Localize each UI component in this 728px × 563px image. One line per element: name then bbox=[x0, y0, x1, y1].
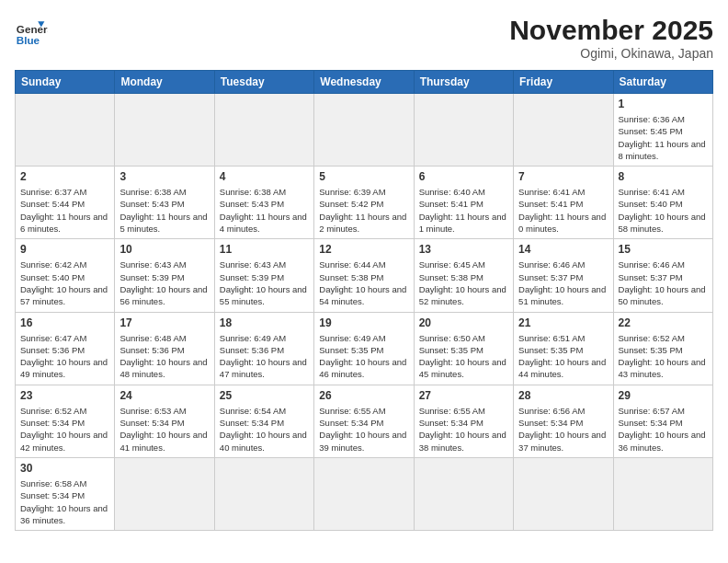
cell-info: Sunrise: 6:45 AM Sunset: 5:38 PM Dayligh… bbox=[419, 259, 508, 307]
calendar-cell: 19Sunrise: 6:49 AM Sunset: 5:35 PM Dayli… bbox=[314, 312, 414, 385]
month-title: November 2025 bbox=[509, 15, 713, 46]
cell-info: Sunrise: 6:38 AM Sunset: 5:43 PM Dayligh… bbox=[220, 186, 309, 235]
day-number: 5 bbox=[319, 170, 408, 183]
calendar-cell: 20Sunrise: 6:50 AM Sunset: 5:35 PM Dayli… bbox=[414, 312, 513, 385]
svg-text:Blue: Blue bbox=[17, 34, 40, 46]
cell-info: Sunrise: 6:39 AM Sunset: 5:42 PM Dayligh… bbox=[319, 186, 408, 235]
logo-icon: General Blue bbox=[15, 15, 48, 48]
calendar-cell bbox=[214, 94, 313, 167]
calendar-cell bbox=[16, 94, 115, 167]
calendar-cell: 18Sunrise: 6:49 AM Sunset: 5:36 PM Dayli… bbox=[214, 312, 313, 385]
day-number: 14 bbox=[518, 243, 608, 256]
calendar-cell: 12Sunrise: 6:44 AM Sunset: 5:38 PM Dayli… bbox=[314, 239, 414, 312]
calendar-cell: 28Sunrise: 6:56 AM Sunset: 5:34 PM Dayli… bbox=[514, 385, 613, 457]
day-number: 25 bbox=[220, 389, 309, 402]
title-block: November 2025 Ogimi, Okinawa, Japan bbox=[509, 15, 713, 61]
day-number: 17 bbox=[119, 316, 209, 329]
cell-info: Sunrise: 6:55 AM Sunset: 5:34 PM Dayligh… bbox=[319, 405, 408, 454]
day-number: 18 bbox=[220, 316, 309, 329]
day-number: 19 bbox=[319, 316, 408, 329]
calendar-cell: 21Sunrise: 6:51 AM Sunset: 5:35 PM Dayli… bbox=[514, 312, 613, 385]
calendar-cell: 30Sunrise: 6:58 AM Sunset: 5:34 PM Dayli… bbox=[16, 457, 115, 530]
page-header: General Blue November 2025 Ogimi, Okinaw… bbox=[15, 15, 713, 61]
cell-info: Sunrise: 6:55 AM Sunset: 5:34 PM Dayligh… bbox=[419, 405, 508, 454]
calendar-cell: 15Sunrise: 6:46 AM Sunset: 5:37 PM Dayli… bbox=[613, 239, 712, 312]
cell-info: Sunrise: 6:38 AM Sunset: 5:43 PM Dayligh… bbox=[119, 186, 209, 235]
calendar-cell: 1Sunrise: 6:36 AM Sunset: 5:45 PM Daylig… bbox=[613, 94, 712, 167]
calendar-table: SundayMondayTuesdayWednesdayThursdayFrid… bbox=[15, 70, 713, 531]
calendar-cell: 11Sunrise: 6:43 AM Sunset: 5:39 PM Dayli… bbox=[214, 239, 313, 312]
calendar-cell bbox=[514, 457, 613, 530]
calendar-cell: 7Sunrise: 6:41 AM Sunset: 5:41 PM Daylig… bbox=[514, 167, 613, 239]
cell-info: Sunrise: 6:56 AM Sunset: 5:34 PM Dayligh… bbox=[518, 405, 608, 454]
calendar-cell: 25Sunrise: 6:54 AM Sunset: 5:34 PM Dayli… bbox=[214, 385, 313, 457]
calendar-cell: 2Sunrise: 6:37 AM Sunset: 5:44 PM Daylig… bbox=[16, 167, 115, 239]
calendar-week-1: 2Sunrise: 6:37 AM Sunset: 5:44 PM Daylig… bbox=[16, 167, 713, 239]
day-number: 8 bbox=[619, 170, 708, 183]
header-wednesday: Wednesday bbox=[314, 71, 414, 94]
calendar-cell: 16Sunrise: 6:47 AM Sunset: 5:36 PM Dayli… bbox=[16, 312, 115, 385]
cell-info: Sunrise: 6:54 AM Sunset: 5:34 PM Dayligh… bbox=[220, 405, 309, 454]
header-tuesday: Tuesday bbox=[214, 71, 313, 94]
day-number: 24 bbox=[119, 389, 209, 402]
day-number: 23 bbox=[20, 389, 109, 402]
day-number: 1 bbox=[619, 98, 708, 110]
cell-info: Sunrise: 6:50 AM Sunset: 5:35 PM Dayligh… bbox=[419, 332, 508, 381]
calendar-week-2: 9Sunrise: 6:42 AM Sunset: 5:40 PM Daylig… bbox=[16, 239, 713, 312]
day-number: 2 bbox=[20, 170, 109, 183]
calendar-cell bbox=[314, 94, 414, 167]
day-number: 16 bbox=[20, 316, 109, 329]
calendar-cell: 24Sunrise: 6:53 AM Sunset: 5:34 PM Dayli… bbox=[115, 385, 214, 457]
cell-info: Sunrise: 6:52 AM Sunset: 5:35 PM Dayligh… bbox=[619, 332, 708, 381]
cell-info: Sunrise: 6:49 AM Sunset: 5:36 PM Dayligh… bbox=[220, 332, 309, 381]
day-number: 9 bbox=[20, 243, 109, 256]
calendar-week-3: 16Sunrise: 6:47 AM Sunset: 5:36 PM Dayli… bbox=[16, 312, 713, 385]
day-number: 12 bbox=[319, 243, 408, 256]
day-number: 3 bbox=[119, 170, 209, 183]
calendar-cell: 27Sunrise: 6:55 AM Sunset: 5:34 PM Dayli… bbox=[414, 385, 513, 457]
day-number: 15 bbox=[619, 243, 708, 256]
calendar-cell bbox=[115, 457, 214, 530]
calendar-week-4: 23Sunrise: 6:52 AM Sunset: 5:34 PM Dayli… bbox=[16, 385, 713, 457]
cell-info: Sunrise: 6:49 AM Sunset: 5:35 PM Dayligh… bbox=[319, 332, 408, 381]
calendar-cell: 23Sunrise: 6:52 AM Sunset: 5:34 PM Dayli… bbox=[16, 385, 115, 457]
header-thursday: Thursday bbox=[414, 71, 513, 94]
day-number: 20 bbox=[419, 316, 508, 329]
calendar-cell: 6Sunrise: 6:40 AM Sunset: 5:41 PM Daylig… bbox=[414, 167, 513, 239]
cell-info: Sunrise: 6:57 AM Sunset: 5:34 PM Dayligh… bbox=[619, 405, 708, 454]
calendar-cell: 3Sunrise: 6:38 AM Sunset: 5:43 PM Daylig… bbox=[115, 167, 214, 239]
calendar-week-5: 30Sunrise: 6:58 AM Sunset: 5:34 PM Dayli… bbox=[16, 457, 713, 530]
cell-info: Sunrise: 6:41 AM Sunset: 5:41 PM Dayligh… bbox=[518, 186, 608, 235]
calendar-cell: 9Sunrise: 6:42 AM Sunset: 5:40 PM Daylig… bbox=[16, 239, 115, 312]
cell-info: Sunrise: 6:46 AM Sunset: 5:37 PM Dayligh… bbox=[619, 259, 708, 307]
cell-info: Sunrise: 6:41 AM Sunset: 5:40 PM Dayligh… bbox=[619, 186, 708, 235]
header-friday: Friday bbox=[514, 71, 613, 94]
day-number: 26 bbox=[319, 389, 408, 402]
logo: General Blue bbox=[15, 15, 48, 48]
calendar-cell: 17Sunrise: 6:48 AM Sunset: 5:36 PM Dayli… bbox=[115, 312, 214, 385]
cell-info: Sunrise: 6:58 AM Sunset: 5:34 PM Dayligh… bbox=[20, 477, 109, 526]
header-saturday: Saturday bbox=[613, 71, 712, 94]
day-number: 21 bbox=[518, 316, 608, 329]
day-number: 27 bbox=[419, 389, 508, 402]
calendar-cell: 26Sunrise: 6:55 AM Sunset: 5:34 PM Dayli… bbox=[314, 385, 414, 457]
calendar-cell bbox=[414, 457, 513, 530]
day-number: 13 bbox=[419, 243, 508, 256]
calendar-cell bbox=[314, 457, 414, 530]
calendar-cell: 8Sunrise: 6:41 AM Sunset: 5:40 PM Daylig… bbox=[613, 167, 712, 239]
day-number: 7 bbox=[518, 170, 608, 183]
day-number: 22 bbox=[619, 316, 708, 329]
calendar-cell bbox=[214, 457, 313, 530]
calendar-cell bbox=[514, 94, 613, 167]
cell-info: Sunrise: 6:44 AM Sunset: 5:38 PM Dayligh… bbox=[319, 259, 408, 307]
cell-info: Sunrise: 6:53 AM Sunset: 5:34 PM Dayligh… bbox=[119, 405, 209, 454]
calendar-header-row: SundayMondayTuesdayWednesdayThursdayFrid… bbox=[16, 71, 713, 94]
cell-info: Sunrise: 6:47 AM Sunset: 5:36 PM Dayligh… bbox=[20, 332, 109, 381]
cell-info: Sunrise: 6:51 AM Sunset: 5:35 PM Dayligh… bbox=[518, 332, 608, 381]
day-number: 29 bbox=[619, 389, 708, 402]
day-number: 4 bbox=[220, 170, 309, 183]
location: Ogimi, Okinawa, Japan bbox=[509, 46, 713, 61]
calendar-cell: 4Sunrise: 6:38 AM Sunset: 5:43 PM Daylig… bbox=[214, 167, 313, 239]
calendar-cell: 29Sunrise: 6:57 AM Sunset: 5:34 PM Dayli… bbox=[613, 385, 712, 457]
cell-info: Sunrise: 6:42 AM Sunset: 5:40 PM Dayligh… bbox=[20, 259, 109, 307]
